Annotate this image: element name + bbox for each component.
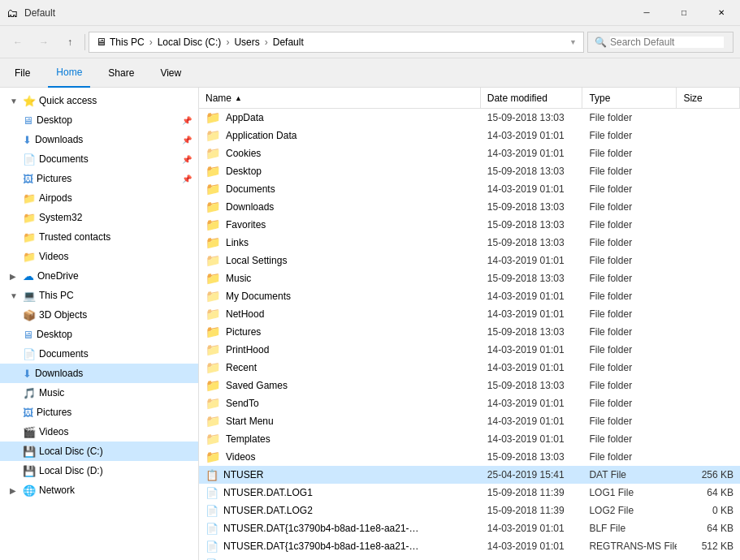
file-date: 15-09-2018 13:03: [481, 323, 583, 341]
file-date: 15-09-2018 13:03: [481, 216, 583, 234]
back-button[interactable]: ←: [6, 31, 29, 54]
file-date: 15-09-2018 13:03: [481, 198, 583, 216]
table-row[interactable]: 📁 Local Settings 14-03-2019 01:01 File f…: [199, 252, 740, 269]
address-dropdown-arrow[interactable]: ▼: [569, 38, 577, 46]
sidebar-onedrive[interactable]: ▶ ☁ OneDrive: [0, 266, 198, 286]
sidebar-item-desktop[interactable]: 🖥 Desktop 📌: [0, 110, 198, 130]
table-row[interactable]: 📁 Pictures 15-09-2018 13:03 File folder: [199, 323, 740, 341]
table-row[interactable]: 📄 NTUSER.DAT{1c3790b4-b8ad-11e8-aa21-… 1…: [199, 555, 740, 560]
col-header-date[interactable]: Date modified: [481, 88, 583, 109]
file-size: [677, 198, 740, 216]
sidebar-pc-videos[interactable]: 🎬 Videos: [0, 422, 198, 442]
address-bar[interactable]: 🖥 This PC › Local Disc (C:) › Users › De…: [89, 32, 584, 53]
sidebar-item-downloads[interactable]: ⬇ Downloads 📌: [0, 130, 198, 149]
up-button[interactable]: ↑: [58, 31, 81, 54]
col-header-name[interactable]: Name ▲: [199, 88, 481, 109]
table-row[interactable]: 📄 NTUSER.DAT.LOG1 15-09-2018 11:39 LOG1 …: [199, 484, 740, 502]
table-row[interactable]: 📄 NTUSER.DAT.LOG2 15-09-2018 11:39 LOG2 …: [199, 502, 740, 519]
sidebar-3dobjects[interactable]: 📦 3D Objects: [0, 305, 198, 325]
tab-share[interactable]: Share: [100, 58, 142, 88]
pin-icon: 📌: [182, 136, 192, 144]
sidebar-item-label: Videos: [39, 251, 68, 262]
breadcrumb-users[interactable]: Users: [234, 37, 259, 48]
sidebar-local-disc-d[interactable]: 💾 Local Disc (D:): [0, 461, 198, 480]
sidebar-quick-access[interactable]: ▼ ⭐ Quick access: [0, 91, 198, 110]
sidebar-item-pictures[interactable]: 🖼 Pictures 📌: [0, 169, 198, 188]
file-size: [677, 377, 740, 394]
table-row[interactable]: 📁 AppData 15-09-2018 13:03 File folder: [199, 109, 740, 127]
breadcrumb-localdisc[interactable]: Local Disc (C:): [158, 37, 222, 48]
table-row[interactable]: 📁 Desktop 15-09-2018 13:03 File folder: [199, 162, 740, 180]
col-header-type[interactable]: Type: [582, 88, 677, 109]
file-size: [677, 127, 740, 144]
file-type: LOG1 File: [582, 484, 677, 502]
sidebar-local-disc-c[interactable]: 💾 Local Disc (C:): [0, 442, 198, 461]
sidebar-item-documents[interactable]: 📄 Documents 📌: [0, 149, 198, 169]
close-button[interactable]: ✕: [703, 0, 740, 26]
sidebar-pc-pictures[interactable]: 🖼 Pictures: [0, 403, 198, 422]
table-row[interactable]: 📁 Documents 14-03-2019 01:01 File folder: [199, 180, 740, 198]
file-type: File folder: [582, 252, 677, 269]
col-header-size[interactable]: Size: [677, 88, 740, 109]
sidebar-this-pc[interactable]: ▼ 💻 This PC: [0, 286, 198, 305]
breadcrumb-default[interactable]: Default: [273, 37, 304, 48]
file-type: File folder: [582, 162, 677, 180]
file-name: 📁 Documents: [199, 180, 481, 198]
sidebar-pc-desktop[interactable]: 🖥 Desktop: [0, 325, 198, 344]
sidebar-item-label: Desktop: [37, 114, 72, 126]
sidebar-item-label: Music: [39, 387, 64, 398]
file-name: 📁 Local Settings: [199, 252, 481, 269]
sidebar-item-system32[interactable]: 📁 System32: [0, 208, 198, 227]
sidebar-item-trusted-contacts[interactable]: 📁 Trusted contacts: [0, 227, 198, 247]
pin-icon: 📌: [182, 174, 192, 183]
table-row[interactable]: 📁 Links 15-09-2018 13:03 File folder: [199, 234, 740, 252]
sidebar-pc-documents[interactable]: 📄 Documents: [0, 344, 198, 364]
search-box[interactable]: 🔍: [587, 32, 734, 53]
sidebar-pc-music[interactable]: 🎵 Music: [0, 383, 198, 403]
table-row[interactable]: 📁 Favorites 15-09-2018 13:03 File folder: [199, 216, 740, 234]
table-row[interactable]: 📁 My Documents 14-03-2019 01:01 File fol…: [199, 287, 740, 305]
folder-icon: 📁: [206, 182, 221, 196]
tab-file[interactable]: File: [6, 58, 38, 88]
folder-icon: 📁: [206, 235, 221, 250]
tab-view[interactable]: View: [152, 58, 189, 88]
table-row[interactable]: 📁 Saved Games 15-09-2018 13:03 File fold…: [199, 377, 740, 394]
table-row[interactable]: 📄 NTUSER.DAT{1c3790b4-b8ad-11e8-aa21-… 1…: [199, 537, 740, 555]
dat-icon: 📋: [206, 469, 219, 481]
table-row[interactable]: 📁 Music 15-09-2018 13:03 File folder: [199, 269, 740, 287]
sidebar-pc-downloads[interactable]: ⬇ Downloads: [0, 364, 198, 383]
table-row[interactable]: 📁 PrintHood 14-03-2019 01:01 File folder: [199, 341, 740, 359]
table-row[interactable]: 📁 Recent 14-03-2019 01:01 File folder: [199, 359, 740, 377]
folder-special-icon: 📁: [206, 360, 221, 375]
tab-home[interactable]: Home: [48, 58, 90, 88]
table-row[interactable]: 📁 Application Data 14-03-2019 01:01 File…: [199, 127, 740, 144]
file-name: 📁 Application Data: [199, 127, 481, 144]
table-row[interactable]: 📁 Start Menu 14-03-2019 01:01 File folde…: [199, 412, 740, 430]
sidebar-item-label: Documents: [39, 153, 89, 165]
maximize-button[interactable]: □: [665, 0, 703, 26]
sidebar-item-label: Pictures: [37, 173, 71, 184]
table-row[interactable]: 📁 Templates 14-03-2019 01:01 File folder: [199, 430, 740, 448]
sidebar-item-airpods[interactable]: 📁 Airpods: [0, 188, 198, 208]
file-size: 512 KB: [677, 555, 740, 560]
table-row[interactable]: 📁 Cookies 14-03-2019 01:01 File folder: [199, 144, 740, 162]
file-date: 14-03-2019 01:01: [481, 252, 583, 269]
music-icon: 🎵: [23, 387, 36, 399]
sidebar-network[interactable]: ▶ 🌐 Network: [0, 480, 198, 500]
sidebar-item-label: Local Disc (D:): [39, 465, 103, 476]
folder-special-icon: 📁: [206, 342, 221, 357]
sidebar-item-videos[interactable]: 📁 Videos: [0, 247, 198, 266]
file-date: 15-09-2018 11:39: [481, 502, 583, 519]
table-row[interactable]: 📁 Videos 15-09-2018 13:03 File folder: [199, 448, 740, 466]
breadcrumb-thispc[interactable]: This PC: [110, 37, 145, 48]
forward-button[interactable]: →: [32, 31, 55, 54]
folder-special-icon: 📁: [206, 289, 221, 304]
file-date: 14-03-2019 01:01: [481, 412, 583, 430]
table-row[interactable]: 📁 Downloads 15-09-2018 13:03 File folder: [199, 198, 740, 216]
table-row[interactable]: 📋 NTUSER 25-04-2019 15:41 DAT File 256 K…: [199, 466, 740, 484]
table-row[interactable]: 📁 NetHood 14-03-2019 01:01 File folder: [199, 305, 740, 323]
search-input[interactable]: [610, 37, 724, 48]
minimize-button[interactable]: ─: [628, 0, 665, 26]
table-row[interactable]: 📁 SendTo 14-03-2019 01:01 File folder: [199, 394, 740, 412]
table-row[interactable]: 📄 NTUSER.DAT{1c3790b4-b8ad-11e8-aa21-… 1…: [199, 519, 740, 537]
